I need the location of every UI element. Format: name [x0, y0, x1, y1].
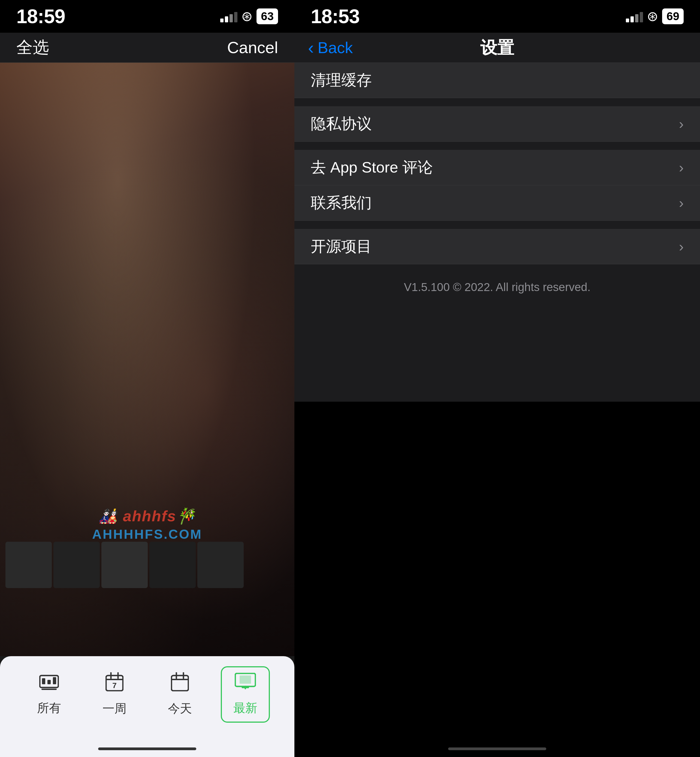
back-button[interactable]: ‹ Back	[308, 37, 353, 58]
cancel-button[interactable]: Cancel	[227, 38, 278, 57]
back-chevron-icon: ‹	[308, 37, 314, 58]
watermark: 🎎 ahhhfs🎋 AHHHHFS.COM	[92, 507, 202, 542]
tab-week[interactable]: 7 一周	[90, 667, 139, 722]
back-label: Back	[317, 38, 353, 57]
tab-today[interactable]: 今天	[155, 667, 205, 722]
battery-icon: 63	[256, 8, 278, 24]
tab-latest-icon	[235, 673, 256, 695]
contact-chevron-icon: ›	[679, 195, 684, 211]
settings-row-privacy[interactable]: 隐私协议 ›	[294, 106, 700, 142]
right-status-bar: 18:53 ⊛ 69	[294, 0, 700, 33]
right-battery-level: 69	[666, 10, 679, 23]
select-all-button[interactable]: 全选	[16, 36, 49, 59]
home-bar	[98, 748, 196, 750]
thumbnail-2[interactable]	[53, 542, 100, 588]
contact-label: 联系我们	[311, 193, 372, 213]
opensource-chevron-icon: ›	[679, 239, 684, 255]
tab-all[interactable]: 所有	[25, 667, 73, 721]
appstore-chevron-icon: ›	[679, 159, 684, 176]
thumbnail-5[interactable]	[197, 542, 244, 588]
left-panel: 18:59 ⊛ 63 全选 Cancel 🎎 ahhhfs🎋 AHHHHFS.C…	[0, 0, 294, 757]
settings-title: 设置	[480, 36, 514, 59]
thumbnail-3[interactable]	[102, 542, 148, 588]
svg-text:7: 7	[112, 681, 117, 690]
thumbnail-strip	[0, 542, 294, 588]
tab-all-icon	[39, 673, 59, 695]
privacy-label: 隐私协议	[311, 114, 372, 134]
clear-cache-label: 清理缓存	[311, 70, 372, 91]
svg-rect-4	[53, 677, 56, 684]
wifi-icon: ⊛	[241, 8, 253, 24]
svg-rect-10	[172, 676, 188, 691]
watermark-line2: AHHHHFS.COM	[92, 527, 202, 542]
svg-rect-15	[240, 676, 251, 684]
left-top-bar: 全选 Cancel	[0, 33, 294, 63]
right-home-indicator	[294, 741, 700, 757]
tab-all-label: 所有	[37, 700, 61, 716]
watermark-line1: 🎎 ahhhfs🎋	[92, 507, 202, 525]
left-status-bar: 18:59 ⊛ 63	[0, 0, 294, 33]
settings-row-clear-cache[interactable]: 清理缓存	[294, 63, 700, 98]
right-signal-icon	[626, 10, 643, 22]
tab-latest[interactable]: 最新	[221, 666, 270, 723]
settings-list: 清理缓存 隐私协议 › 去 App Store 评论 › 联系我们 › 开源项目…	[294, 63, 700, 402]
settings-divider-1	[294, 98, 700, 106]
battery-level: 63	[261, 10, 274, 23]
tab-week-icon: 7	[105, 672, 123, 696]
privacy-chevron-icon: ›	[679, 116, 684, 132]
settings-row-appstore[interactable]: 去 App Store 评论 ›	[294, 150, 700, 185]
signal-icon	[220, 10, 238, 22]
right-panel: 18:53 ⊛ 69 ‹ Back 设置 清理缓存 隐私协议 ›	[294, 0, 700, 757]
settings-divider-2	[294, 142, 700, 150]
thumbnail-1[interactable]	[5, 542, 52, 588]
left-time: 18:59	[16, 5, 65, 28]
svg-rect-1	[41, 688, 57, 690]
left-content: 🎎 ahhhfs🎋 AHHHHFS.COM	[0, 63, 294, 656]
svg-rect-2	[42, 678, 45, 684]
tab-today-label: 今天	[168, 701, 192, 717]
opensource-label: 开源项目	[311, 236, 372, 257]
settings-footer: V1.5.100 © 2022. All rights reserved.	[294, 264, 700, 310]
right-wifi-icon: ⊛	[647, 8, 658, 24]
svg-rect-11	[172, 679, 188, 680]
thumbnail-4[interactable]	[149, 542, 196, 588]
settings-divider-3	[294, 221, 700, 229]
left-status-icons: ⊛ 63	[220, 8, 278, 24]
tab-latest-label: 最新	[233, 700, 257, 716]
right-home-bar	[448, 748, 546, 750]
footer-text: V1.5.100 © 2022. All rights reserved.	[404, 281, 591, 293]
appstore-label: 去 App Store 评论	[311, 157, 433, 178]
right-battery-icon: 69	[662, 8, 684, 24]
tab-today-icon	[171, 672, 189, 696]
right-time: 18:53	[311, 5, 359, 28]
left-home-indicator	[0, 741, 294, 757]
right-bottom-area	[294, 402, 700, 741]
settings-nav-bar: ‹ Back 设置	[294, 33, 700, 63]
right-status-icons: ⊛ 69	[626, 8, 684, 24]
settings-row-contact[interactable]: 联系我们 ›	[294, 185, 700, 221]
bottom-tab-bar: 所有 7 一周	[0, 656, 294, 741]
svg-rect-3	[47, 680, 51, 684]
svg-rect-6	[106, 679, 123, 680]
tab-week-label: 一周	[103, 701, 127, 717]
settings-row-opensource[interactable]: 开源项目 ›	[294, 229, 700, 264]
